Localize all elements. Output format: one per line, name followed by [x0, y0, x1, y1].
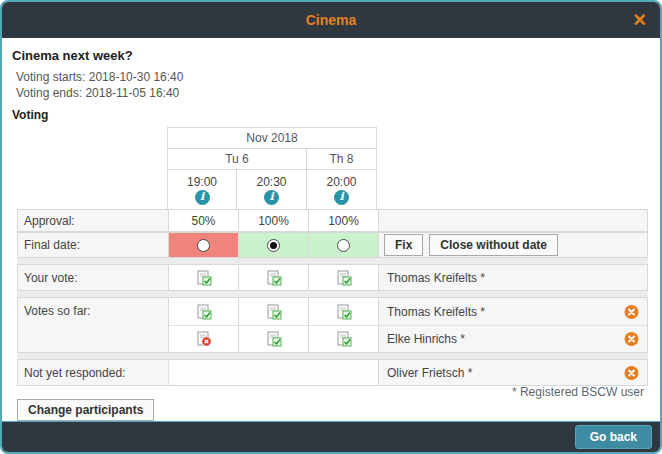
time-header-row: 19:00 i 20:30 i 20:00 i: [167, 169, 377, 209]
remove-vote-icon[interactable]: [624, 304, 639, 319]
remove-participant-icon[interactable]: [624, 365, 639, 380]
final-date-label: Final date:: [18, 233, 168, 257]
approval-row-spacer: [378, 210, 647, 231]
remove-vote-icon[interactable]: [624, 332, 639, 347]
month-header-row: Nov 2018: [167, 127, 377, 148]
fix-button[interactable]: Fix: [384, 234, 423, 256]
approval-value-1: 50%: [168, 210, 238, 231]
time-label-2: 20:30: [256, 175, 286, 189]
vote-yes-icon: [336, 331, 352, 347]
approval-row: Approval: 50% 100% 100%: [17, 209, 648, 232]
voter-name: Thomas Kreifelts *: [379, 305, 485, 319]
month-header: Nov 2018: [167, 127, 377, 148]
votes-so-far-label: Votes so far:: [18, 298, 168, 352]
approval-value-3: 100%: [308, 210, 378, 231]
registered-user-footnote: * Registered BSCW user: [512, 385, 644, 399]
final-date-row: Final date: Fix Close without date: [17, 232, 648, 258]
cinema-voting-dialog: Cinema × Cinema next week? Voting starts…: [0, 0, 662, 454]
day-header-th8: Th 8: [307, 148, 377, 169]
votes-row-thomas: Thomas Kreifelts *: [168, 298, 647, 325]
voter-name-cell: Elke Hinrichs *: [378, 326, 647, 352]
dialog-footer: Go back: [2, 421, 660, 452]
dialog-title: Cinema: [306, 12, 357, 28]
your-vote-cell-2: [238, 265, 308, 290]
your-vote-cell-3: [308, 265, 378, 290]
voting-starts-text: Voting starts: 2018-10-30 16:40: [16, 70, 183, 84]
vote-cell: [308, 298, 378, 325]
votes-so-far-box: Votes so far:: [17, 297, 648, 353]
your-vote-cell-1: [168, 265, 238, 290]
final-date-actions: Fix Close without date: [378, 233, 647, 257]
vote-cell: [238, 298, 308, 325]
info-icon[interactable]: i: [334, 190, 349, 205]
vote-yes-icon: [196, 304, 212, 320]
final-date-radio-1[interactable]: [197, 239, 210, 252]
vote-cell: [168, 298, 238, 325]
vote-yes-icon[interactable]: [336, 270, 352, 286]
info-icon[interactable]: i: [264, 190, 279, 205]
close-icon[interactable]: ×: [633, 6, 646, 34]
vote-yes-icon[interactable]: [266, 270, 282, 286]
info-icon[interactable]: i: [195, 190, 210, 205]
voting-table: Nov 2018 Tu 6 Th 8 19:00 i 20:30 i 20:00…: [17, 127, 648, 386]
time-label-1: 19:00: [187, 175, 217, 189]
your-vote-label: Your vote:: [18, 265, 168, 290]
change-participants-button[interactable]: Change participants: [17, 399, 154, 421]
time-cell-2: 20:30 i: [237, 169, 307, 209]
vote-yes-icon[interactable]: [196, 270, 212, 286]
vote-yes-icon: [266, 331, 282, 347]
time-cell-1: 19:00 i: [167, 169, 237, 209]
final-date-radio-3[interactable]: [337, 239, 350, 252]
time-label-3: 20:00: [326, 175, 356, 189]
poll-question: Cinema next week?: [12, 48, 133, 63]
vote-cell: [238, 326, 308, 352]
final-date-cell-rejected: [168, 233, 238, 257]
pending-voter-name: Oliver Frietsch *: [379, 366, 472, 380]
voting-section-label: Voting: [12, 108, 48, 122]
dialog-titlebar: Cinema ×: [2, 2, 660, 38]
go-back-button[interactable]: Go back: [575, 425, 652, 449]
voter-name-cell: Thomas Kreifelts *: [378, 298, 647, 325]
not-yet-responded-label: Not yet responded:: [18, 360, 168, 385]
empty-vote-cells: [168, 360, 378, 385]
approval-value-2: 100%: [238, 210, 308, 231]
voter-name: Thomas Kreifelts *: [379, 271, 485, 285]
voting-ends-text: Voting ends: 2018-11-05 16:40: [16, 86, 179, 100]
vote-yes-icon: [336, 304, 352, 320]
vote-yes-icon: [266, 304, 282, 320]
day-header-tu6: Tu 6: [167, 148, 307, 169]
day-header-row: Tu 6 Th 8: [167, 148, 377, 169]
vote-cell: [168, 326, 238, 352]
vote-cell: [308, 326, 378, 352]
time-cell-3: 20:00 i: [307, 169, 377, 209]
final-date-cell-selected: [238, 233, 308, 257]
voter-name: Elke Hinrichs *: [379, 332, 465, 346]
pending-name-cell: Oliver Frietsch *: [378, 360, 647, 385]
your-vote-row: Your vote: Thomas Kreifelts *: [17, 264, 648, 291]
final-date-radio-2[interactable]: [267, 239, 280, 252]
close-without-date-button[interactable]: Close without date: [429, 234, 558, 256]
votes-row-elke: Elke Hinrichs *: [168, 325, 647, 352]
your-vote-name-cell: Thomas Kreifelts *: [378, 265, 647, 290]
vote-no-icon: [196, 331, 212, 347]
not-yet-responded-row: Not yet responded: Oliver Frietsch *: [17, 359, 648, 386]
final-date-cell-open: [308, 233, 378, 257]
approval-label: Approval:: [18, 210, 168, 231]
